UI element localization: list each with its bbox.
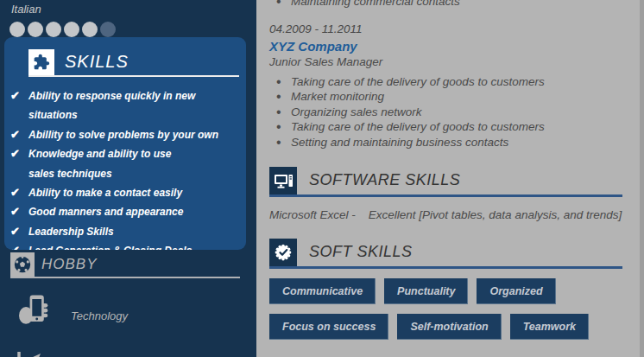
job-bullet: Market monitoring <box>269 89 622 105</box>
previous-job-bullets: Maintaining commercial contacts <box>269 0 622 10</box>
soccer-ball-icon <box>10 252 35 277</box>
language-rating <box>9 22 256 37</box>
skill-item: Knowledge and ability to use sales techn… <box>9 144 194 183</box>
software-skills-section: SOFTWARE SKILLS Microsoft Excel - Excell… <box>269 167 622 221</box>
puzzle-icon <box>28 49 54 75</box>
hobby-header: HOBBY <box>10 252 240 278</box>
soft-skill-badge: Self-motivation <box>397 314 501 340</box>
phone-in-hand-icon <box>19 293 50 339</box>
software-name: Microsoft Excel - <box>269 208 356 221</box>
software-skills-header: SOFTWARE SKILLS <box>269 167 622 197</box>
software-skill-entry: Microsoft Excel - Excellent [Pivot table… <box>269 208 622 221</box>
soft-skill-badges: CommunicativePunctualityOrganizedFocus o… <box>269 278 599 340</box>
job-bullet: Taking care of the delivery of goods to … <box>269 74 622 90</box>
hobby-title: HOBBY <box>41 256 98 277</box>
rating-dot <box>46 22 61 37</box>
soft-skills-section: SOFT SKILLS CommunicativePunctualityOrga… <box>269 239 622 340</box>
rating-dot <box>9 22 25 37</box>
job-role: Junior Sales Manager <box>269 55 622 68</box>
skill-item: Ability to make a contact easily <box>9 183 243 202</box>
cv-page: Italian SKILLS Ability to response quick… <box>0 0 644 357</box>
job-dates: 04.2009 - 11.2011 <box>269 22 622 36</box>
skills-header: SKILLS <box>28 49 239 77</box>
check-seal-icon <box>269 239 297 266</box>
skills-title: SKILLS <box>65 52 129 75</box>
hobby-label: Technology <box>71 309 128 322</box>
hobby-item-partial <box>16 352 256 357</box>
skill-item: Abillity to solve problems by your own <box>9 125 243 144</box>
main-content: Maintaining commercial contacts 04.2009 … <box>256 0 640 357</box>
skill-item: Leadership Skills <box>9 222 243 241</box>
software-skills-title: SOFTWARE SKILLS <box>309 171 460 194</box>
growth-chart-icon <box>16 352 47 357</box>
job-bullet: Maintaining commercial contacts <box>269 0 622 10</box>
soft-skill-badge: Punctuality <box>384 278 468 304</box>
skills-panel: SKILLS Ability to response quickly in ne… <box>4 37 246 250</box>
sidebar: Italian SKILLS Ability to response quick… <box>0 0 256 357</box>
soft-skills-header: SOFT SKILLS <box>269 239 622 269</box>
soft-skills-title: SOFT SKILLS <box>309 243 413 266</box>
rating-dot <box>100 22 116 37</box>
window-edge <box>640 0 644 357</box>
computer-icon <box>269 167 297 194</box>
skill-item: Lead Generation & Closing Deals <box>9 241 243 250</box>
skills-list: Ability to response quickly in new situa… <box>9 86 243 250</box>
soft-skill-badge: Teamwork <box>510 314 589 340</box>
software-level: Excellent [Pivot tables, data analysis, … <box>369 208 622 221</box>
job-company: XYZ Company <box>269 39 622 54</box>
job-bullet: Taking care of the delivery of goods to … <box>269 119 622 135</box>
job-bullet: Setting and maintaining business contact… <box>269 135 622 150</box>
soft-skill-badge: Focus on success <box>269 314 388 340</box>
rating-dot <box>28 22 43 37</box>
rating-dot <box>82 22 98 37</box>
hobby-item-technology: Technology <box>19 293 256 339</box>
skill-item: Ability to response quickly in new situa… <box>9 86 243 125</box>
hobby-section: HOBBY Techn <box>0 252 256 357</box>
soft-skill-badge: Communicative <box>269 278 376 304</box>
language-entry: Italian <box>0 0 256 37</box>
job-entry: 04.2009 - 11.2011 XYZ Company Junior Sal… <box>269 22 622 150</box>
job-bullets: Taking care of the delivery of goods to … <box>269 74 622 150</box>
soft-skill-badge: Organized <box>477 278 555 304</box>
job-bullet: Organizing sales network <box>269 105 622 120</box>
rating-dot <box>64 22 79 37</box>
skill-item: Good manners and appearance <box>9 202 243 221</box>
language-name: Italian <box>11 3 256 16</box>
